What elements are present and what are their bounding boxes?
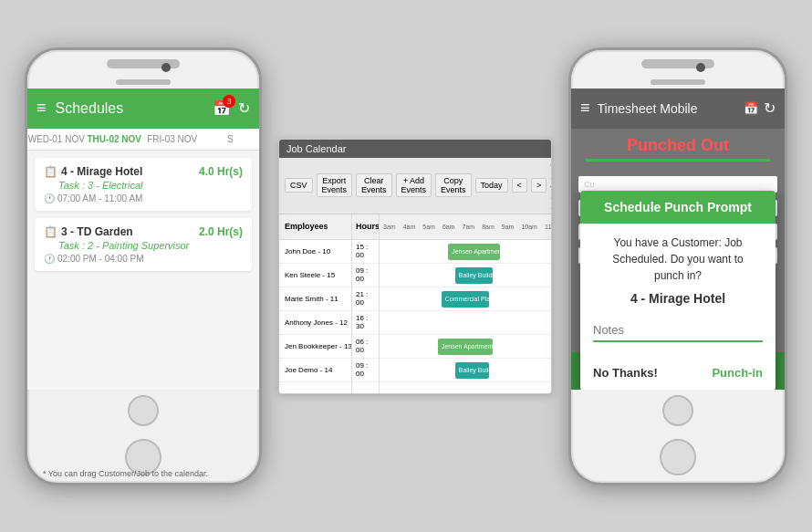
- notes-input[interactable]: [593, 319, 763, 342]
- card2-task: Task : 2 - Painting Supervisor: [58, 240, 243, 251]
- card1-task: Task : 3 - Electrical: [58, 180, 243, 191]
- hours-row-4: 16 : 30: [352, 311, 379, 335]
- modal-actions: No Thanks! Punch-in: [580, 360, 776, 390]
- emp-row-6: Joe Demo - 14: [279, 359, 351, 382]
- employees-column: Employees John Doe - 10 Ken Steele - 15 …: [279, 214, 352, 394]
- footnote: * You can drag Customer/Job to the calen…: [43, 469, 208, 478]
- schedule-card-2[interactable]: 📋 3 - TD Garden 2.0 Hr(s) Task : 2 - Pai…: [35, 218, 252, 271]
- screen-schedules: ≡ Schedules 📅 3 ↻ WED-01 NOV THU-02 NOV …: [27, 89, 259, 390]
- clock-icon-1: 🕐: [44, 193, 55, 203]
- camera: [161, 63, 171, 72]
- punched-out-section: Punched Out: [571, 129, 785, 172]
- calendar-date-range: Oct 22 – 28, 201: [550, 161, 552, 211]
- timeline-row-4: [380, 311, 551, 335]
- timeline-row-6: Bailey Building: [380, 359, 551, 382]
- event-bailey-1[interactable]: Bailey Building: [455, 267, 493, 284]
- scene: ≡ Schedules 📅 3 ↻ WED-01 NOV THU-02 NOV …: [25, 47, 787, 485]
- csv-button[interactable]: CSV: [285, 178, 313, 193]
- header-icons: 📅 3 ↻: [213, 99, 250, 117]
- timeline-column: 3am4am5am6am7am 8am9am10am11am12pm 1pm2p…: [380, 214, 551, 394]
- modal-body-line3: punch in?: [593, 267, 763, 284]
- no-thanks-button[interactable]: No Thanks!: [593, 366, 658, 380]
- timeline-row-5: Jensen Apartments: [380, 335, 551, 359]
- event-jensen-1[interactable]: Jensen Apartments: [448, 244, 499, 260]
- timeline-row-3: Commercial Plaza: [380, 287, 551, 311]
- card1-hours: 4.0 Hr(s): [199, 165, 243, 178]
- ts-calendar-icon: 📅: [744, 101, 758, 115]
- speaker: [116, 79, 171, 85]
- hours-row-1: 15 : 00: [352, 240, 379, 264]
- doc-icon-1: 📋: [44, 165, 57, 178]
- add-events-button[interactable]: + Add Events: [396, 173, 432, 197]
- badge-count: 3: [223, 95, 235, 108]
- hours-row-5: 06 : 00: [352, 335, 379, 359]
- hours-header: Hours: [352, 214, 379, 240]
- modal-customer-name: 4 - Mirage Hotel: [593, 289, 763, 308]
- calendar-header: Job Calendar: [279, 140, 551, 158]
- copy-events-button[interactable]: Copy Events: [435, 173, 472, 197]
- card2-hours: 2.0 Hr(s): [199, 225, 243, 238]
- hours-column: Hours 15 : 00 09 : 00 21 : 00 16 : 30 06…: [352, 214, 380, 394]
- punched-out-label: Punched Out: [578, 136, 777, 155]
- refresh-icon[interactable]: ↻: [238, 99, 250, 117]
- ts-menu-icon[interactable]: ≡: [580, 99, 590, 118]
- emp-row-5: Jen Bookkeeper - 13: [279, 335, 351, 359]
- ts-camera: [696, 63, 705, 72]
- modal-title: Schedule Punch Prompt: [580, 191, 776, 224]
- emp-row-1: John Doe - 10: [279, 240, 351, 264]
- prev-button[interactable]: <: [512, 178, 527, 193]
- emp-row-4: Anthony Jones - 12: [279, 311, 351, 335]
- date-wed[interactable]: WED-01 NOV: [27, 134, 86, 144]
- notifications-icon[interactable]: 📅 3: [213, 99, 231, 117]
- card1-title: 📋 4 - Mirage Hotel: [44, 165, 142, 178]
- bg-field-cu: Cu: [578, 176, 777, 193]
- timeline-row-2: Bailey Building: [380, 264, 551, 287]
- clear-events-button[interactable]: Clear Events: [356, 173, 392, 197]
- modal-body-line1: You have a Customer: Job: [593, 235, 763, 251]
- punch-divider: [586, 159, 770, 162]
- schedule-content: 📋 4 - Mirage Hotel 4.0 Hr(s) Task : 3 - …: [27, 151, 259, 390]
- home-button[interactable]: [128, 395, 159, 426]
- timesheet-header: ≡ Timesheet Mobile 📅 ↻: [571, 89, 785, 129]
- hours-row-6: 09 : 00: [352, 359, 379, 382]
- event-bailey-2[interactable]: Bailey Building: [455, 362, 490, 379]
- modal-body: You have a Customer: Job Scheduled. Do y…: [580, 224, 776, 360]
- calendar-grid: Employees John Doe - 10 Ken Steele - 15 …: [279, 214, 551, 394]
- date-header: WED-01 NOV THU-02 NOV FRI-03 NOV S: [27, 129, 259, 151]
- job-calendar: Job Calendar CSV Export Events Clear Eve…: [278, 139, 552, 394]
- ts-home-button[interactable]: [662, 395, 693, 426]
- phone-timesheet: ≡ Timesheet Mobile 📅 ↻ Punched Out Cu Ta…: [568, 47, 787, 485]
- calendar-title: Job Calendar: [286, 143, 346, 154]
- emp-row-2: Ken Steele - 15: [279, 264, 351, 287]
- date-thu[interactable]: THU-02 NOV: [86, 134, 144, 144]
- ts-refresh-icon[interactable]: ↻: [764, 99, 776, 117]
- date-sat[interactable]: S: [202, 134, 260, 144]
- next-button[interactable]: >: [531, 178, 547, 193]
- clock-icon-2: 🕐: [44, 254, 55, 264]
- employees-header: Employees: [279, 214, 351, 240]
- event-commercial[interactable]: Commercial Plaza: [442, 291, 490, 308]
- date-fri[interactable]: FRI-03 NOV: [143, 134, 202, 144]
- hours-row-3: 21 : 00: [352, 287, 379, 311]
- card1-time: 🕐 07:00 AM - 11:00 AM: [44, 193, 243, 203]
- event-jensen-2[interactable]: Jensen Apartments: [438, 339, 493, 355]
- schedules-header: ≡ Schedules 📅 3 ↻: [27, 89, 259, 129]
- card2-title: 📋 3 - TD Garden: [44, 225, 133, 238]
- menu-icon[interactable]: ≡: [36, 99, 47, 118]
- hours-row-2: 09 : 00: [352, 264, 379, 287]
- timesheet-title: Timesheet Mobile: [598, 101, 744, 116]
- today-button[interactable]: Today: [475, 178, 508, 193]
- card2-time: 🕐 02:00 PM - 04:00 PM: [44, 254, 243, 264]
- phone-schedules: ≡ Schedules 📅 3 ↻ WED-01 NOV THU-02 NOV …: [25, 47, 262, 485]
- modal-punch-in-button[interactable]: Punch-in: [712, 366, 763, 380]
- export-events-button[interactable]: Export Events: [317, 173, 353, 197]
- schedules-title: Schedules: [56, 100, 213, 117]
- modal-overlay: Cu Ta S No Schedule Punch Prompt You hav…: [571, 172, 785, 352]
- doc-icon-2: 📋: [44, 225, 57, 238]
- timeline-row-1: Jensen Apartments: [380, 240, 551, 264]
- ts-speaker: [651, 79, 705, 85]
- time-labels: 3am4am5am6am7am 8am9am10am11am12pm 1pm2p…: [380, 214, 551, 240]
- calendar-toolbar: CSV Export Events Clear Events + Add Eve…: [279, 158, 551, 214]
- screen-timesheet: ≡ Timesheet Mobile 📅 ↻ Punched Out Cu Ta…: [571, 89, 785, 390]
- schedule-card-1[interactable]: 📋 4 - Mirage Hotel 4.0 Hr(s) Task : 3 - …: [35, 158, 252, 211]
